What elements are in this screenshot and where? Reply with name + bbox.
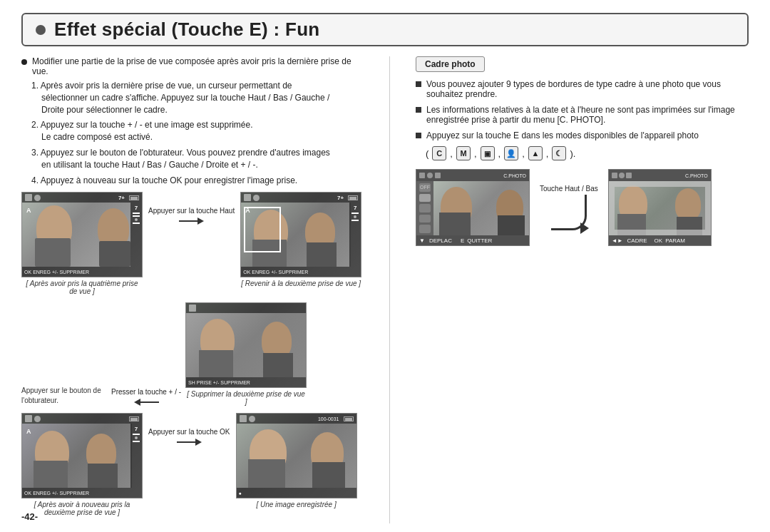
cam-icon-1 (25, 194, 32, 201)
cam-icon-4 (253, 195, 260, 201)
right-bullet-2-text: Les informations relatives à la date et … (426, 105, 749, 125)
enreg-label: ENREG (33, 270, 51, 275)
cam-top-bar-4 (22, 414, 142, 424)
pm3: +/- (213, 380, 219, 385)
cadre-bottom-2: ◄► CADRE OK PARAM (609, 235, 711, 245)
cam-photo-3: SH PRISE +/- SUPPRIMER (186, 303, 306, 387)
cam-bottom-bar-3: SH PRISE +/- SUPPRIMER (186, 377, 306, 387)
arrow-down-block (551, 195, 587, 230)
step-3-text2: en utilisant la touche Haut / Bas / Gauc… (41, 160, 258, 170)
screenshot-bottom-right: 100-0031 (236, 413, 357, 508)
ok2: OK (243, 270, 250, 275)
cam-photo-4: A 7 OK ENREG +/- SUPPRIM (22, 414, 142, 498)
cam-count-2: 7+ (337, 195, 344, 201)
cam-top-bar-5: 100-0031 (237, 414, 356, 424)
step-1: 1. Après avoir pris la dernière prise de… (31, 80, 364, 116)
cam-right-bar-1: 7 (130, 203, 142, 267)
deplac-label: DEPLAC (429, 237, 452, 244)
bar-item3 (351, 220, 359, 221)
arrow-block-3: Appuyer sur la touche OK (148, 427, 230, 446)
arrow-block-1: Appuyer sur la touche Haut (148, 206, 235, 225)
cam-body2-1 (99, 241, 130, 267)
cam-label-a: A (26, 207, 31, 214)
page-number: -42- (21, 511, 38, 522)
screenshots-row3: A 7 OK ENREG +/- SUPPRIM (21, 413, 364, 516)
steps-list: 1. Après avoir pris la dernière prise de… (31, 80, 364, 186)
arrow-right-3 (177, 439, 202, 446)
bar-label: 7 (135, 205, 138, 211)
cam-bottom-bar-2: OK ENREG +/- SUPPRIMER (241, 267, 361, 277)
mode-icon-mountain: ▲ (528, 146, 543, 160)
bullet-sq-1 (416, 81, 421, 87)
cadre-bottom-1: ▼ DEPLAC E QUITTER (416, 235, 529, 245)
bullet-dot (21, 59, 27, 65)
page-title: Effet spécial (Touche E) : Fun (54, 19, 320, 41)
screenshot-top-right: 7+ (240, 192, 361, 287)
cadre-label: CADRE (627, 237, 647, 244)
bar-label2: 7 (354, 205, 356, 211)
bullet-sq-2 (416, 107, 421, 113)
cam-icon-3 (244, 194, 251, 201)
cam-screen-2: 7+ (240, 192, 361, 277)
cam-bottom-bar-1: OK ENREG +/- SUPPRIMER (22, 267, 142, 277)
bar-item4 (133, 434, 140, 435)
arrow-label-1: Appuyer sur la touche Haut (148, 206, 235, 215)
arrow-left (134, 399, 159, 406)
cap-2: [ Revenir à la deuxième prise de vue ] (240, 280, 361, 287)
mode-icon-c: C (432, 146, 446, 160)
ok-label2: OK (654, 237, 663, 244)
cadre-arrow-wrapper: Touche Haut / Bas (540, 185, 598, 230)
icon-top-4 (612, 173, 617, 178)
intro-text: Modifier une partie de la prise de vue c… (32, 56, 364, 76)
plus-minus: +/- (52, 270, 58, 275)
paren-close: ). (570, 148, 575, 159)
title-bar: Effet spécial (Touche E) : Fun (21, 13, 749, 46)
screenshot-bottom-left: A 7 OK ENREG +/- SUPPRIM (21, 413, 143, 516)
cam-right-bar-4: 7 (130, 424, 142, 488)
cam-label-a2: A (245, 207, 250, 214)
supp4: SUPPRIMER (59, 491, 89, 496)
main-content: Modifier une partie de la prise de vue c… (21, 56, 749, 523)
supp3: SUPPRIMER (220, 380, 250, 385)
bar-dot4 (135, 436, 138, 439)
cam-bottom-bar-4: OK ENREG +/- SUPPRIMER (22, 488, 142, 498)
cap-4: [ Après avoir à nouveau pris la deuxième… (21, 501, 143, 516)
ok-label: OK (24, 270, 31, 275)
arrow-line3 (177, 441, 195, 443)
left-column: Modifier une partie de la prise de vue c… (21, 56, 364, 523)
arrow-left-head (134, 399, 140, 406)
prise-label: PRISE (197, 380, 212, 385)
mode-icon-m: M (456, 146, 471, 160)
screenshot-top-left: 7+ A 7 (21, 192, 143, 295)
cam-photo-5: 100-0031 (237, 414, 356, 498)
comma1: , (450, 148, 453, 159)
cam-count-1: 7+ (118, 195, 125, 201)
arrow-label-3: Appuyer sur la touche OK (148, 427, 230, 436)
step-4-text: 4. Appuyez à nouveau sur la touche OK po… (31, 175, 297, 185)
lr-icon: ◄► (612, 237, 623, 244)
bar-item5 (133, 441, 140, 442)
cadre-top-2: C.PHOTO (609, 170, 711, 181)
step-2: 2. Appuyez sur la touche + / - et une im… (31, 119, 364, 143)
enreg2: ENREG (252, 270, 270, 275)
right-bullet-3-text: Appuyez sur la touche E dans les modes d… (426, 131, 699, 140)
cam-top-bar-1: 7+ (22, 193, 142, 203)
cadre-cam-inner-1: C.PHOTO OFF (416, 170, 529, 245)
cadre-photo-area-1 (433, 181, 529, 235)
arrow-line (179, 220, 197, 222)
comma5: , (546, 148, 549, 159)
cadre-left-bar-1: OFF (416, 181, 433, 235)
cam-icon-7 (34, 416, 41, 422)
cam-icon-8 (240, 415, 247, 422)
arrow-head (197, 218, 204, 225)
cam-screen-4: A 7 OK ENREG +/- SUPPRIM (21, 413, 143, 498)
supp2: SUPPRIMER (279, 270, 309, 275)
icon-top-5 (619, 173, 625, 178)
cadre-cam-1: C.PHOTO OFF (416, 169, 530, 246)
step-4: 4. Appuyez à nouveau sur la touche OK po… (31, 175, 364, 187)
cadre-cam-section: C.PHOTO OFF (416, 169, 749, 246)
right-bullet-1: Vous pouvez ajouter 9 types de bordures … (416, 79, 749, 99)
step-3-text: 3. Appuyez sur le bouton de l'obturateur… (31, 148, 330, 158)
cadre-photo-area-2 (609, 181, 711, 235)
cam-label-a3: A (26, 428, 31, 435)
